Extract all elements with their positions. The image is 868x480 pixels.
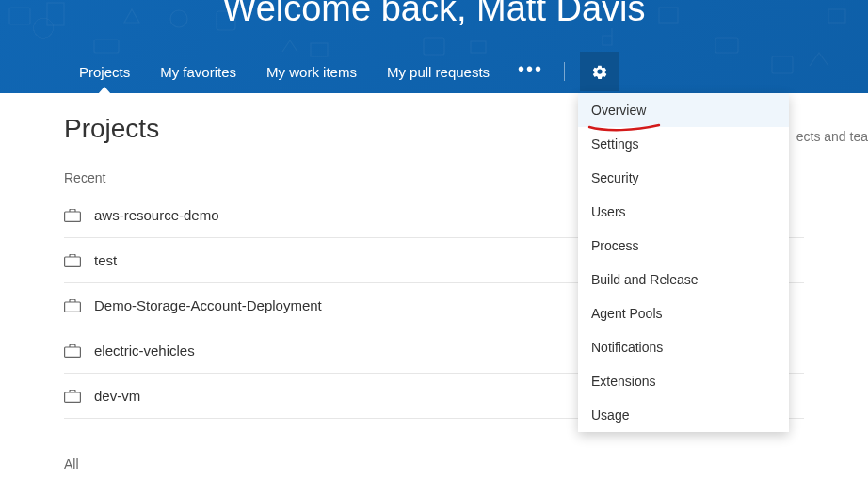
briefcase-icon xyxy=(64,209,81,222)
menu-item-notifications[interactable]: Notifications xyxy=(578,330,789,364)
menu-item-agent-pools[interactable]: Agent Pools xyxy=(578,296,789,330)
menu-item-settings[interactable]: Settings xyxy=(578,127,789,161)
tab-divider xyxy=(564,62,565,81)
menu-item-overview[interactable]: Overview xyxy=(578,93,789,127)
menu-item-build-release[interactable]: Build and Release xyxy=(578,263,789,296)
menu-item-users[interactable]: Users xyxy=(578,195,789,229)
menu-item-security[interactable]: Security xyxy=(578,161,789,195)
main-content: ects and tea Projects Recent aws-resourc… xyxy=(0,93,868,472)
menu-item-usage[interactable]: Usage xyxy=(578,398,789,432)
project-name: Demo-Storage-Account-Deployment xyxy=(94,297,322,313)
project-name: dev-vm xyxy=(94,388,140,404)
project-name: electric-vehicles xyxy=(94,343,195,359)
svg-rect-14 xyxy=(65,302,81,312)
search-placeholder-fragment: ects and tea xyxy=(796,129,868,144)
svg-rect-0 xyxy=(9,8,30,24)
svg-rect-16 xyxy=(65,392,81,402)
svg-rect-10 xyxy=(772,56,793,73)
menu-item-process[interactable]: Process xyxy=(578,229,789,263)
menu-item-extensions[interactable]: Extensions xyxy=(578,364,789,398)
svg-rect-9 xyxy=(715,38,738,53)
svg-rect-1 xyxy=(47,3,64,25)
gear-icon xyxy=(591,63,608,80)
svg-rect-13 xyxy=(65,257,81,266)
briefcase-icon xyxy=(64,390,81,403)
briefcase-icon xyxy=(64,254,81,267)
svg-rect-15 xyxy=(65,347,81,357)
svg-rect-12 xyxy=(65,212,81,221)
svg-point-3 xyxy=(170,10,187,27)
svg-rect-8 xyxy=(659,8,678,23)
project-name: aws-resource-demo xyxy=(94,207,219,223)
tab-my-work-items[interactable]: My work items xyxy=(251,50,372,93)
briefcase-icon xyxy=(64,344,81,358)
tab-my-favorites[interactable]: My favorites xyxy=(145,50,251,93)
svg-rect-11 xyxy=(828,9,845,23)
briefcase-icon xyxy=(64,299,81,312)
project-name: test xyxy=(94,252,117,268)
settings-gear-button[interactable] xyxy=(580,52,619,91)
all-section-label: All xyxy=(64,456,804,472)
nav-tabs: Projects My favorites My work items My p… xyxy=(64,50,619,93)
tab-my-pull-requests[interactable]: My pull requests xyxy=(372,50,505,93)
settings-dropdown: Overview Settings Security Users Process… xyxy=(578,93,789,432)
tab-projects[interactable]: Projects xyxy=(64,50,145,93)
welcome-heading: Welcome back, Matt Davis xyxy=(222,0,645,29)
app-header: Welcome back, Matt Davis Projects My fav… xyxy=(0,0,868,93)
